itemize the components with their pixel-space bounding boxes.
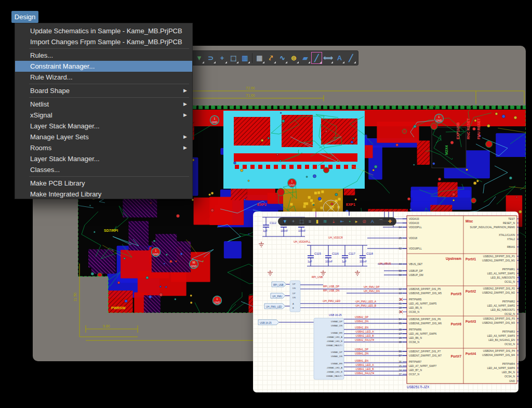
svg-text:1µF: 1µF bbox=[263, 229, 268, 232]
dimension-icon[interactable]: ⟺ bbox=[323, 52, 334, 64]
menu-item-layer-stack-manager[interactable]: Layer Stack Manager... bbox=[15, 121, 192, 131]
magnet-icon[interactable]: ⊃ bbox=[205, 52, 216, 64]
net-label: UH_VDDCR bbox=[328, 236, 343, 239]
via-icon[interactable]: ⊚ bbox=[288, 52, 299, 64]
menu-item-import-changes-frpm-sample-kame-mb-prjpcb[interactable]: Import Changes Frpm Sample - Kame_MB.Prj… bbox=[15, 36, 192, 47]
net-label: USBA2_FAULT# bbox=[355, 338, 374, 341]
menu-item-constraint-manager[interactable]: Constraint Manager... bbox=[15, 61, 192, 72]
design-menu-button[interactable]: Design bbox=[11, 11, 38, 23]
menu-item-netlist[interactable]: Netlist▶ bbox=[15, 99, 192, 110]
move-icon[interactable]: + bbox=[292, 217, 295, 226]
menu-item-update-schematics-in-sample-kame-mb-prjpcb[interactable]: Update Schematics in Sample - Kame_MB.Pr… bbox=[15, 25, 192, 36]
tune-wave-icon[interactable]: ∿ bbox=[277, 52, 288, 64]
svg-text:OCS5_N: OCS5_N bbox=[409, 310, 419, 313]
filter-icon[interactable]: ▼ bbox=[283, 217, 287, 226]
net-label: USBA2_DN bbox=[355, 320, 369, 323]
svg-text:USBA1_DP: USBA1_DP bbox=[331, 351, 342, 353]
filter-icon[interactable]: ▼ bbox=[194, 52, 205, 64]
text-icon[interactable]: A bbox=[371, 217, 374, 226]
capacitor-c117[interactable]: C1171µF bbox=[342, 245, 355, 266]
svg-text:USBDN7_DM/PRT_DIS_M7: USBDN7_DM/PRT_DIS_M7 bbox=[409, 354, 442, 357]
svg-text:1µF: 1µF bbox=[308, 260, 312, 263]
schematic-drawing: C1121µFC113100nFC114100nFC1151µFC116100n… bbox=[253, 212, 518, 392]
capacitor-c115[interactable]: C1151µF bbox=[308, 245, 321, 266]
menu-item-manage-layer-sets[interactable]: Manage Layer Sets▶ bbox=[15, 131, 192, 142]
menu-item-make-pcb-library[interactable]: Make PCB Library bbox=[15, 178, 192, 189]
net-label: UH_VDDAPLL bbox=[294, 240, 311, 243]
move-icon[interactable]: + bbox=[217, 52, 228, 64]
svg-text:PRTPWR7: PRTPWR7 bbox=[409, 360, 422, 363]
pad-stack-icon[interactable]: ▥ bbox=[240, 52, 250, 64]
svg-text:C112: C112 bbox=[270, 221, 276, 225]
snap-left-icon[interactable]: ⇤ bbox=[340, 217, 344, 226]
svg-text:DN: DN bbox=[292, 287, 296, 289]
pcb-silkscreen-label: EXP1USB bbox=[456, 122, 460, 139]
svg-text:1: 1 bbox=[438, 115, 440, 119]
align-icon[interactable]: ≡ bbox=[309, 217, 311, 226]
svg-text:1: 1 bbox=[155, 249, 157, 252]
svg-text:USBA2_DN: USBA2_DN bbox=[331, 324, 342, 327]
svg-text:PRTPWR4: PRTPWR4 bbox=[502, 362, 515, 365]
svg-text:RBIAS: RBIAS bbox=[507, 245, 515, 248]
svg-text:USBA2_DP: USBA2_DP bbox=[331, 320, 342, 323]
menu-item-board-shape[interactable]: Board Shape▶ bbox=[15, 85, 192, 96]
menu-item-layer-stack-manager[interactable]: Layer Stack Manager... bbox=[15, 153, 192, 164]
highlight-icon[interactable]: ▮ bbox=[316, 217, 318, 226]
svg-text:72.00: 72.00 bbox=[246, 86, 255, 90]
arc-icon[interactable]: ⌒ bbox=[379, 217, 383, 226]
route-icon[interactable]: ⤤ bbox=[265, 52, 276, 64]
svg-text:USBDN6_DP/PRT_DIS_P6: USBDN6_DP/PRT_DIS_P6 bbox=[409, 318, 441, 321]
sheet-port-uh-fmu[interactable]: UH_FMU bbox=[271, 293, 285, 298]
svg-text:USBA1_DN: USBA1_DN bbox=[331, 355, 342, 358]
svg-text:LED_A6_N/PRT_SWP6: LED_A6_N/PRT_SWP6 bbox=[409, 332, 436, 335]
svg-text:UH_FMU: UH_FMU bbox=[272, 295, 282, 298]
svg-text:1µF: 1µF bbox=[342, 260, 347, 263]
sheet-port-rpi-usb[interactable]: RPI_USB bbox=[272, 282, 286, 287]
svg-text:Misc: Misc bbox=[466, 219, 473, 223]
capacitor-c116[interactable]: C116100nF bbox=[325, 245, 339, 266]
text-icon[interactable]: A bbox=[334, 52, 345, 64]
sheet-port-uh-fmu-led[interactable]: UH_FMU_LED bbox=[264, 304, 285, 309]
svg-text:GND: GND bbox=[153, 253, 159, 256]
slash-icon[interactable]: ╱ bbox=[345, 52, 356, 64]
schematic-panel[interactable]: ▼+⬚≡▮≋⇣⇤▪▸⊘A⌒✚ C1121µFC113100nFC114100nF… bbox=[253, 212, 518, 392]
net-label: USBA1_FAULT# bbox=[355, 372, 374, 375]
menu-item-xsignal[interactable]: xSignal▶ bbox=[15, 110, 192, 121]
wire-icon[interactable]: ≋ bbox=[323, 217, 327, 226]
menu-item-make-integrated-library[interactable]: Make Integrated Library bbox=[15, 189, 192, 200]
svg-text:LED_A4_N/PRT_SWP4: LED_A4_N/PRT_SWP4 bbox=[487, 366, 515, 370]
svg-text:USBDN5_DP/PRT_DIS_P5: USBDN5_DP/PRT_DIS_P5 bbox=[409, 287, 441, 291]
svg-text:Port#5: Port#5 bbox=[451, 292, 462, 296]
star-icon[interactable]: ✚ bbox=[388, 217, 392, 226]
svg-text:XTAL2: XTAL2 bbox=[507, 238, 515, 241]
svg-text:GND: GND bbox=[214, 301, 220, 304]
menu-item-rooms[interactable]: Rooms▶ bbox=[15, 142, 192, 153]
svg-text:25: 25 bbox=[398, 236, 402, 240]
usb-hub-chip[interactable]: VDDA33VDDA33VDD33PLLVDD18VDD18PLLUpstrea… bbox=[407, 216, 517, 384]
place-down-icon[interactable]: ⇣ bbox=[331, 217, 336, 226]
gnd-marker: 1GND bbox=[213, 296, 222, 305]
sheet-port-usb-16-25[interactable]: USB 16-25 bbox=[258, 320, 279, 325]
capacitor-c112[interactable]: C1121µF bbox=[263, 217, 276, 236]
submenu-arrow-icon: ▶ bbox=[183, 131, 187, 142]
menu-item-rule-wizard[interactable]: Rule Wizard... bbox=[15, 72, 192, 83]
component-icon[interactable]: ▦ bbox=[254, 52, 265, 64]
rect-icon[interactable]: ▪ bbox=[349, 217, 351, 226]
line-icon[interactable]: ╱ bbox=[311, 52, 322, 64]
select-area-icon[interactable]: ⬚ bbox=[299, 217, 304, 226]
svg-text:LED_B3_N/GANG_EN: LED_B3_N/GANG_EN bbox=[488, 338, 515, 341]
svg-text:PRTPWR3: PRTPWR3 bbox=[502, 330, 515, 333]
menu-item-rules[interactable]: Rules... bbox=[15, 50, 192, 61]
net-label: RPI_USB_DN bbox=[323, 289, 340, 292]
chip-designator: USB2517I-JZX bbox=[407, 385, 430, 389]
select-area-icon[interactable]: ⬚ bbox=[228, 52, 239, 64]
svg-text:1: 1 bbox=[217, 297, 218, 300]
play-icon[interactable]: ▸ bbox=[355, 217, 358, 226]
polygon-icon[interactable]: ▰ bbox=[300, 52, 311, 64]
svg-text:USBDN3_DP/PRT_DIS_P3: USBDN3_DP/PRT_DIS_P3 bbox=[483, 317, 515, 320]
svg-text:USBDN1_DP/PRT_DIS_P1: USBDN1_DP/PRT_DIS_P1 bbox=[483, 255, 515, 258]
svg-text:USBDN2_DP/PRT_DIS_P2: USBDN2_DP/PRT_DIS_P2 bbox=[483, 287, 515, 290]
no-erc-icon[interactable]: ⊘ bbox=[362, 217, 366, 226]
svg-text:USBUP_DP: USBUP_DP bbox=[409, 269, 423, 272]
menu-item-classes[interactable]: Classes... bbox=[15, 164, 192, 175]
